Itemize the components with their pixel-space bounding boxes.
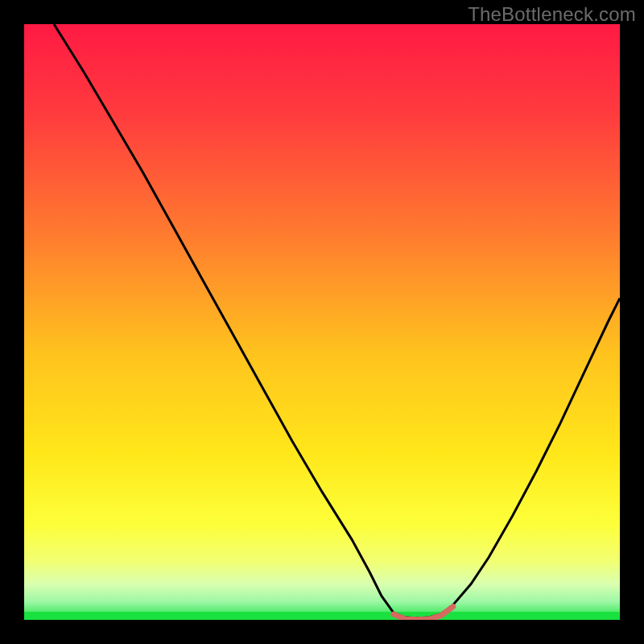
chart-frame: TheBottleneck.com [0,0,644,644]
plot-area [24,24,620,620]
watermark-text: TheBottleneck.com [468,3,636,26]
bottleneck-chart [24,24,620,620]
green-baseline-band [24,612,620,620]
background-gradient [24,24,620,620]
